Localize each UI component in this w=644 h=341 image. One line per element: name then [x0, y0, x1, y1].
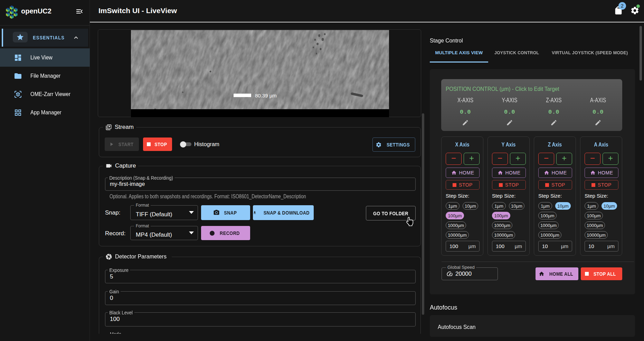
svg-text:80.39 µm: 80.39 µm	[255, 93, 277, 98]
